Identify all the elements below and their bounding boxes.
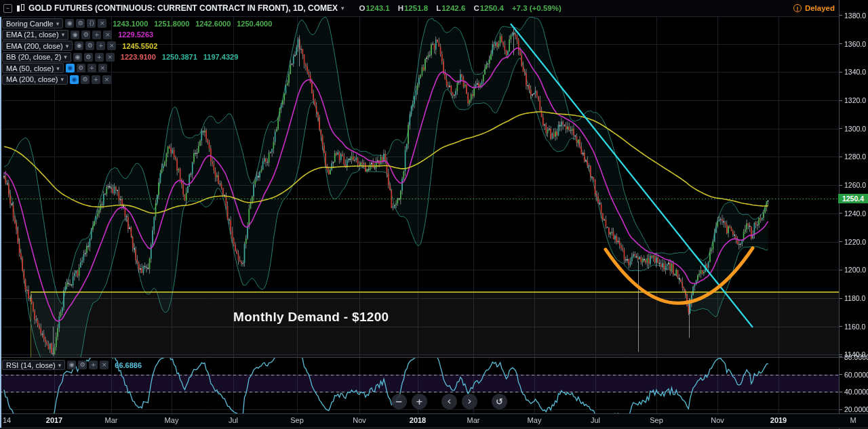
eye-icon[interactable]: ◉ [73, 53, 82, 62]
time-tick-label: May [528, 416, 542, 424]
ohlc-value: 1250.4 [480, 4, 504, 12]
ohlc-pair: C1250.4 [473, 4, 504, 12]
ohlc-value: 1243.1 [366, 4, 389, 12]
indicator-row-ma-200: MA (200, close)▾◉⚙+× [2, 75, 272, 85]
price-axis[interactable]: 1380.01360.01340.01320.01300.01280.01260… [839, 0, 868, 429]
close-icon[interactable]: × [103, 30, 112, 39]
indicator-label-boring-candle[interactable]: Boring Candle▾ [2, 18, 63, 28]
tick-text: 1200.0 [844, 266, 866, 274]
plus-icon[interactable]: + [87, 64, 96, 73]
indicator-value: 1197.4329 [203, 53, 238, 61]
price-tick-label: 1240.0 [840, 209, 866, 218]
eye-icon[interactable]: ◉ [70, 75, 79, 84]
ohlc-label: L [436, 4, 441, 12]
eye-icon[interactable]: ◉ [75, 41, 83, 50]
price-tick-label: 1280.0 [840, 152, 866, 161]
eye-icon[interactable]: ◉ [67, 361, 76, 369]
close-icon[interactable]: × [100, 361, 108, 369]
close-icon[interactable]: × [102, 75, 111, 84]
indicator-label-rsi[interactable]: RSI (14, close)▾ [2, 360, 65, 370]
price-tick-label: 1200.0 [840, 265, 866, 274]
braces-icon[interactable]: {} [87, 19, 96, 28]
price-tick-label: 40.0000 [840, 387, 868, 396]
close-icon[interactable]: × [98, 64, 107, 73]
indicator-title: Boring Candle [6, 20, 54, 28]
gear-icon[interactable]: ⚙ [85, 41, 94, 50]
close-icon[interactable]: × [107, 41, 116, 50]
ohlc-label: O [359, 4, 366, 12]
tick-mark [840, 409, 842, 410]
time-tick-label: Sep [290, 416, 304, 424]
zoom-out-button[interactable]: − [391, 394, 407, 409]
price-tick-label: 1320.0 [840, 96, 866, 105]
eye-icon[interactable]: ◉ [71, 30, 79, 39]
tick-mark [840, 128, 842, 129]
gear-icon[interactable]: ⚙ [76, 19, 85, 28]
chevron-down-icon: ▾ [64, 54, 67, 60]
chevron-down-icon: ▾ [56, 20, 60, 27]
collapse-panel-icon[interactable]: − [3, 4, 12, 13]
indicator-row-bb-20: BB (20, close, 2)▾◉⚙+×1223.91001250.3871… [2, 52, 272, 62]
time-tick-label: Jul [591, 416, 600, 424]
delayed-badge[interactable]: ! Delayed [793, 4, 835, 12]
plus-icon[interactable]: + [92, 75, 100, 84]
chart-type-icon[interactable] [16, 4, 24, 13]
tick-text: 20.0000 [844, 405, 868, 413]
indicator-value: 1229.5263 [118, 30, 153, 39]
tick-mark [840, 298, 842, 299]
tick-text: 1240.0 [844, 209, 866, 218]
eye-icon[interactable]: ◉ [66, 64, 75, 73]
demand-annotation-text[interactable]: Monthly Demand - $1200 [233, 310, 389, 325]
price-tick-label: 1360.0 [840, 39, 866, 49]
plus-icon[interactable]: + [96, 41, 105, 50]
zoom-in-button[interactable]: + [412, 394, 427, 409]
plus-icon[interactable]: + [92, 30, 101, 39]
indicator-title: MA (50, close) [6, 64, 54, 73]
tick-text: 1280.0 [844, 152, 866, 161]
symbol-title[interactable]: GOLD FUTURES (CONTINUOUS: CURRENT CONTRA… [28, 3, 338, 13]
chevron-down-icon: ▾ [56, 65, 60, 72]
indicator-value: 66.6886 [115, 361, 142, 369]
chart-nav-buttons: −+‹›↺ [391, 394, 507, 409]
time-tick-label: Sep [650, 416, 663, 424]
ohlc-label: H [398, 4, 403, 12]
indicator-values: 1223.91001250.38711197.4329 [121, 53, 238, 61]
indicator-label-ema-21[interactable]: EMA (21, close)▾ [2, 30, 68, 40]
gear-icon[interactable]: ⚙ [81, 30, 90, 39]
indicator-label-ema-200[interactable]: EMA (200, close)▾ [2, 41, 73, 51]
plus-icon[interactable]: + [95, 53, 104, 62]
ohlc-label: C [473, 4, 479, 12]
gear-icon[interactable]: ⚙ [77, 64, 85, 73]
reset-view-button[interactable]: ↺ [492, 394, 507, 409]
chevron-down-icon[interactable]: ▾ [341, 5, 344, 12]
time-tick-label: Jul [229, 416, 238, 424]
ohlc-pair: L1242.6 [436, 4, 465, 12]
eye-icon[interactable]: ◉ [65, 19, 74, 28]
time-axis[interactable]: 142017MarMayJulSepNov2018MarMayJulSepNov… [0, 413, 868, 428]
ohlc-pair: H1251.8 [398, 4, 429, 12]
last-price-badge: 1250.4 [838, 194, 868, 203]
indicator-values: 1245.5502 [122, 42, 157, 50]
indicator-label-ma-50[interactable]: MA (50, close)▾ [2, 63, 64, 73]
tick-text: 60.0000 [844, 371, 868, 379]
indicator-values: 1229.5263 [118, 30, 153, 39]
gear-icon[interactable]: ⚙ [78, 361, 87, 369]
pane-divider[interactable] [0, 357, 868, 358]
scroll-right-button[interactable]: › [462, 394, 477, 409]
tick-text: 1380.0 [844, 12, 866, 20]
indicator-values: 66.6886 [115, 361, 142, 369]
gear-icon[interactable]: ⚙ [81, 75, 90, 84]
chart-window: − GOLD FUTURES (CONTINUOUS: CURRENT CONT… [0, 0, 868, 429]
close-icon[interactable]: × [106, 53, 115, 62]
chevron-down-icon: ▾ [66, 43, 69, 49]
price-tick-label: 1380.0 [840, 11, 866, 20]
tick-text: 1260.0 [844, 181, 866, 189]
close-icon[interactable]: × [98, 19, 106, 28]
scroll-left-button[interactable]: ‹ [441, 394, 457, 409]
tick-text: 40.0000 [844, 388, 868, 396]
indicator-label-bb-20[interactable]: BB (20, close, 2)▾ [2, 52, 71, 62]
indicator-label-ma-200[interactable]: MA (200, close)▾ [2, 75, 68, 85]
gear-icon[interactable]: ⚙ [84, 53, 93, 62]
plus-icon[interactable]: + [89, 361, 98, 369]
tick-text: 1320.0 [844, 96, 866, 104]
